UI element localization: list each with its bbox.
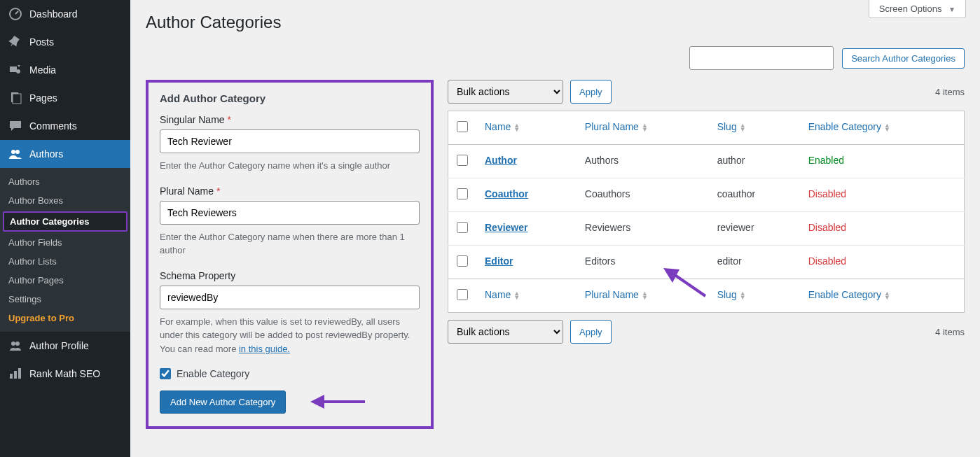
main-content: Screen Options ▼ Author Categories Searc… [130,0,980,457]
row-checkbox[interactable] [457,155,468,166]
select-all-checkbox[interactable] [457,121,468,132]
screen-options-button[interactable]: Screen Options ▼ [869,0,966,18]
col-plural-footer[interactable]: Plural Name▲▼ [577,279,709,313]
row-checkbox[interactable] [457,222,468,233]
row-name-link[interactable]: Reviewer [485,222,527,233]
svg-rect-4 [13,94,21,104]
enable-category-checkbox[interactable] [160,368,171,379]
apply-button-bottom[interactable]: Apply [570,320,612,344]
plural-name-input[interactable] [160,201,420,225]
tablenav-bottom: Bulk actions Apply 4 items [448,320,965,344]
row-checkbox[interactable] [457,188,468,199]
row-slug: coauthor [709,178,800,212]
chevron-down-icon: ▼ [948,6,955,13]
schema-property-input[interactable] [160,286,420,309]
add-category-form: Add Author Category Singular Name * Ente… [146,80,434,429]
dashboard-icon [8,7,22,21]
submenu-author-fields[interactable]: Author Fields [0,233,130,252]
form-heading: Add Author Category [160,92,420,104]
menu-author-profile[interactable]: Author Profile [0,332,130,360]
schema-property-label: Schema Property [160,270,420,281]
row-plural: Reviewers [577,212,709,246]
enable-category-label: Enable Category [177,368,249,379]
col-slug-footer[interactable]: Slug▲▼ [709,279,800,313]
authors-icon [8,147,22,161]
items-count-bottom: 4 items [935,327,965,337]
col-name-footer[interactable]: Name▲▼ [476,279,577,313]
seo-icon [8,367,22,381]
row-plural: Coauthors [577,178,709,212]
singular-name-help: Enter the Author Category name when it's… [160,159,420,173]
items-count-top: 4 items [935,87,965,97]
menu-rankmath[interactable]: Rank Math SEO [0,360,130,388]
submenu-upgrade[interactable]: Upgrade to Pro [0,309,130,328]
menu-comments[interactable]: Comments [0,112,130,140]
add-new-category-button[interactable]: Add New Author Category [160,391,286,414]
menu-label: Rank Math SEO [29,368,100,379]
svg-rect-9 [10,374,13,379]
tablenav-top: Bulk actions Apply 4 items [448,80,965,104]
svg-point-2 [16,69,20,73]
row-slug: author [709,145,800,178]
menu-label: Media [29,64,56,76]
menu-media[interactable]: Media [0,56,130,84]
categories-table: Name▲▼ Plural Name▲▼ Slug▲▼ Enable Categ… [448,111,965,313]
row-plural: Editors [577,246,709,279]
row-checkbox[interactable] [457,255,468,267]
col-name[interactable]: Name▲▼ [476,111,577,145]
screen-options-label: Screen Options [879,3,942,14]
bulk-actions-select[interactable]: Bulk actions [448,80,563,104]
submenu-authors-list[interactable]: Authors [0,172,130,191]
singular-name-label: Singular Name * [160,114,420,125]
apply-button-top[interactable]: Apply [570,80,612,104]
submenu-author-categories[interactable]: Author Categories [3,211,127,232]
plural-name-label: Plural Name * [160,185,420,197]
row-status: Enabled [800,145,965,178]
svg-rect-10 [14,371,17,379]
row-name-link[interactable]: Coauthor [485,188,528,199]
col-enable-footer[interactable]: Enable Category▲▼ [800,279,965,313]
table-row: Editor Editors editor Disabled [448,246,965,279]
submenu-author-pages[interactable]: Author Pages [0,271,130,290]
menu-label: Comments [29,120,77,132]
svg-rect-1 [10,66,17,72]
submenu-author-lists[interactable]: Author Lists [0,252,130,271]
row-status: Disabled [800,212,965,246]
menu-pages[interactable]: Pages [0,84,130,112]
menu-authors[interactable]: Authors [0,140,130,168]
search-input[interactable] [689,46,834,70]
row-slug: reviewer [709,212,800,246]
menu-label: Dashboard [29,8,78,20]
page-title: Author Categories [146,0,965,46]
submenu-settings[interactable]: Settings [0,290,130,309]
col-slug[interactable]: Slug▲▼ [709,111,800,145]
menu-posts[interactable]: Posts [0,28,130,56]
row-name-link[interactable]: Editor [485,255,513,267]
row-name-link[interactable]: Author [485,155,517,166]
search-button[interactable]: Search Author Categories [842,48,965,69]
sort-icon: ▲▼ [513,123,520,132]
bulk-actions-select-bottom[interactable]: Bulk actions [448,320,563,344]
menu-label: Posts [29,36,54,48]
comment-icon [8,119,22,133]
menu-label: Pages [29,92,57,104]
menu-label: Authors [29,148,63,160]
svg-point-6 [15,150,20,154]
sort-icon: ▲▼ [642,123,648,132]
sort-icon: ▲▼ [884,291,890,300]
col-enable[interactable]: Enable Category▲▼ [800,111,965,145]
page-icon [8,91,22,105]
row-status: Disabled [800,246,965,279]
schema-guide-link[interactable]: in this guide. [239,344,290,354]
svg-point-8 [15,342,20,346]
svg-point-7 [11,342,15,346]
menu-label: Author Profile [29,340,89,351]
sort-icon: ▲▼ [740,123,746,132]
search-bar: Search Author Categories [146,46,965,70]
singular-name-input[interactable] [160,129,420,153]
submenu-author-boxes[interactable]: Author Boxes [0,191,130,210]
menu-dashboard[interactable]: Dashboard [0,0,130,28]
select-all-checkbox-footer[interactable] [457,289,468,300]
col-plural[interactable]: Plural Name▲▼ [577,111,709,145]
pin-icon [8,35,22,49]
